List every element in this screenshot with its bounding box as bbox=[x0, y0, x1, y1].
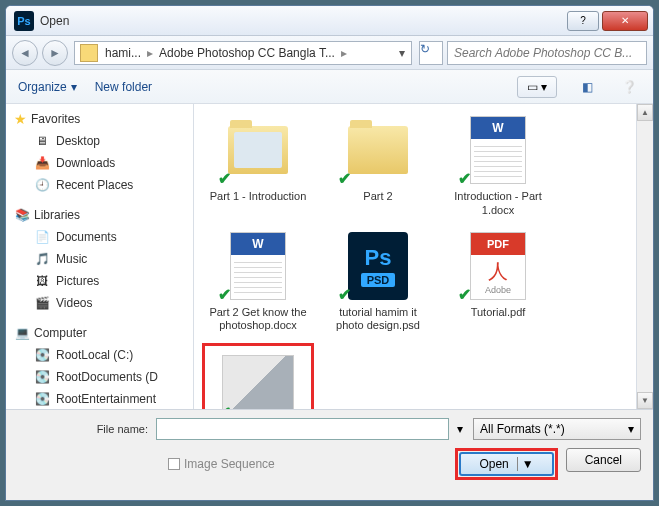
file-thumb: PsPSD✔ bbox=[342, 230, 414, 302]
file-item[interactable]: ✔Part 1 - Introduction bbox=[202, 112, 314, 220]
chevron-down-icon: ▾ bbox=[71, 80, 77, 94]
file-label: tutorial hamim it photo design.psd bbox=[324, 306, 432, 334]
computer-icon: 💻 bbox=[14, 325, 30, 341]
libraries-icon: 📚 bbox=[14, 207, 30, 223]
new-folder-button[interactable]: New folder bbox=[95, 80, 152, 94]
help-button[interactable]: ? bbox=[567, 11, 599, 31]
titlebar: Ps Open ? ✕ bbox=[6, 6, 653, 36]
view-button[interactable]: ▭ ▾ bbox=[517, 76, 557, 98]
breadcrumb-dropdown[interactable]: ▾ bbox=[395, 46, 409, 60]
sidebar-item-documents[interactable]: 📄Documents bbox=[6, 226, 193, 248]
recent-icon: 🕘 bbox=[34, 177, 50, 193]
check-icon: ✔ bbox=[338, 285, 351, 304]
check-icon: ✔ bbox=[218, 403, 231, 409]
nav-bar: ◄ ► hami... ▸ Adobe Photoshop CC Bangla … bbox=[6, 36, 653, 70]
sidebar-computer[interactable]: 💻Computer bbox=[6, 322, 193, 344]
cancel-button[interactable]: Cancel bbox=[566, 448, 641, 472]
breadcrumb[interactable]: hami... ▸ Adobe Photoshop CC Bangla T...… bbox=[74, 41, 412, 65]
sidebar-favorites[interactable]: ★Favorites bbox=[6, 108, 193, 130]
file-label: Introduction - Part 1.docx bbox=[444, 190, 552, 218]
highlight-open: Open▼ bbox=[455, 448, 557, 480]
check-icon: ✔ bbox=[218, 169, 231, 188]
preview-pane-button[interactable]: ◧ bbox=[575, 76, 599, 98]
file-label: Tutorial.pdf bbox=[471, 306, 526, 320]
check-icon: ✔ bbox=[458, 169, 471, 188]
open-button[interactable]: Open▼ bbox=[459, 452, 553, 476]
music-icon: 🎵 bbox=[34, 251, 50, 267]
chevron-down-icon: ▾ bbox=[628, 422, 634, 436]
organize-button[interactable]: Organize ▾ bbox=[18, 80, 77, 94]
help-icon[interactable]: ❔ bbox=[617, 76, 641, 98]
chevron-right-icon: ▸ bbox=[339, 46, 349, 60]
filename-label: File name: bbox=[18, 423, 148, 435]
window-title: Open bbox=[40, 14, 567, 28]
filename-input[interactable] bbox=[156, 418, 449, 440]
scrollbar[interactable]: ▲ ▼ bbox=[636, 104, 653, 409]
videos-icon: 🎬 bbox=[34, 295, 50, 311]
sidebar-item-recent[interactable]: 🕘Recent Places bbox=[6, 174, 193, 196]
footer: File name: ▾ All Formats (*.*)▾ Image Se… bbox=[6, 409, 653, 500]
sidebar-item-desktop[interactable]: 🖥Desktop bbox=[6, 130, 193, 152]
sidebar-item-drive-d[interactable]: 💽RootDocuments (D bbox=[6, 366, 193, 388]
file-item[interactable]: PsPSD✔tutorial hamim it photo design.psd bbox=[322, 228, 434, 336]
image-sequence-checkbox[interactable]: Image Sequence bbox=[168, 457, 275, 471]
sidebar-item-pictures[interactable]: 🖼Pictures bbox=[6, 270, 193, 292]
drive-icon: 💽 bbox=[34, 391, 50, 407]
open-dialog: Ps Open ? ✕ ◄ ► hami... ▸ Adobe Photosho… bbox=[5, 5, 654, 501]
check-icon: ✔ bbox=[218, 285, 231, 304]
file-thumb: PDF人Adobe✔ bbox=[462, 230, 534, 302]
sidebar-item-drive-c[interactable]: 💽RootLocal (C:) bbox=[6, 344, 193, 366]
search-placeholder: Search Adobe Photoshop CC B... bbox=[454, 46, 632, 60]
sidebar-item-downloads[interactable]: 📥Downloads bbox=[6, 152, 193, 174]
sidebar-item-drive-e[interactable]: 💽RootEntertainment bbox=[6, 388, 193, 409]
pictures-icon: 🖼 bbox=[34, 273, 50, 289]
check-icon: ✔ bbox=[338, 169, 351, 188]
file-thumb: ✔ bbox=[342, 114, 414, 186]
sidebar-item-music[interactable]: 🎵Music bbox=[6, 248, 193, 270]
chevron-down-icon[interactable]: ▾ bbox=[457, 422, 465, 436]
forward-button[interactable]: ► bbox=[42, 40, 68, 66]
sidebar-item-videos[interactable]: 🎬Videos bbox=[6, 292, 193, 314]
close-button[interactable]: ✕ bbox=[602, 11, 648, 31]
file-item[interactable]: ✔Part 2 bbox=[322, 112, 434, 220]
file-label: Part 1 - Introduction bbox=[210, 190, 307, 204]
photoshop-icon: Ps bbox=[14, 11, 34, 31]
chevron-right-icon: ▸ bbox=[145, 46, 155, 60]
file-list: ✔Part 1 - Introduction✔Part 2W✔Introduct… bbox=[194, 104, 636, 409]
open-dropdown[interactable]: ▼ bbox=[517, 457, 534, 471]
documents-icon: 📄 bbox=[34, 229, 50, 245]
scroll-up-button[interactable]: ▲ bbox=[637, 104, 653, 121]
file-thumb: W✔ bbox=[462, 114, 534, 186]
folder-icon bbox=[80, 44, 98, 62]
breadcrumb-seg[interactable]: Adobe Photoshop CC Bangla T... bbox=[155, 46, 339, 60]
sidebar: ★Favorites 🖥Desktop 📥Downloads 🕘Recent P… bbox=[6, 104, 194, 409]
back-button[interactable]: ◄ bbox=[12, 40, 38, 66]
search-input[interactable]: Search Adobe Photoshop CC B... bbox=[447, 41, 647, 65]
drive-icon: 💽 bbox=[34, 369, 50, 385]
downloads-icon: 📥 bbox=[34, 155, 50, 171]
file-item[interactable]: W✔Part 2 Get know the photoshop.docx bbox=[202, 228, 314, 336]
check-icon: ✔ bbox=[458, 285, 471, 304]
file-thumb: ✔ bbox=[222, 114, 294, 186]
file-thumb: ✔ bbox=[222, 348, 294, 409]
file-item[interactable]: W✔Introduction - Part 1.docx bbox=[442, 112, 554, 220]
file-thumb: W✔ bbox=[222, 230, 294, 302]
sidebar-libraries[interactable]: 📚Libraries bbox=[6, 204, 193, 226]
file-item[interactable]: PDF人Adobe✔Tutorial.pdf bbox=[442, 228, 554, 336]
file-label: Part 2 bbox=[363, 190, 392, 204]
file-label: Part 2 Get know the photoshop.docx bbox=[204, 306, 312, 334]
file-filter-dropdown[interactable]: All Formats (*.*)▾ bbox=[473, 418, 641, 440]
toolbar: Organize ▾ New folder ▭ ▾ ◧ ❔ bbox=[6, 70, 653, 104]
file-item[interactable]: ✔tutorial-hamim-it-photo-design.jpg bbox=[202, 343, 314, 409]
refresh-button[interactable]: ↻ bbox=[419, 41, 443, 65]
star-icon: ★ bbox=[14, 111, 27, 127]
drive-icon: 💽 bbox=[34, 347, 50, 363]
scroll-down-button[interactable]: ▼ bbox=[637, 392, 653, 409]
desktop-icon: 🖥 bbox=[34, 133, 50, 149]
breadcrumb-seg[interactable]: hami... bbox=[101, 46, 145, 60]
